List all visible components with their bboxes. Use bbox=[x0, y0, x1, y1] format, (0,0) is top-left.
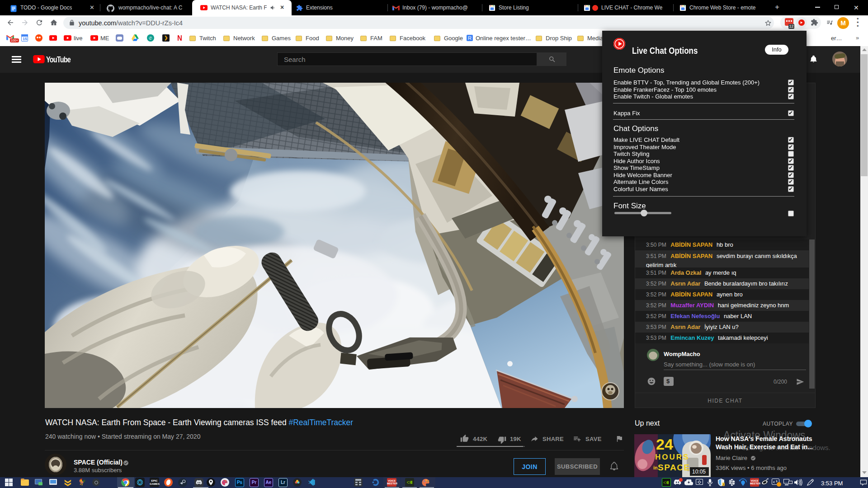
svg-text:SPACE: SPACE bbox=[658, 463, 690, 472]
svg-text:10:05: 10:05 bbox=[692, 469, 706, 475]
svg-text:24: 24 bbox=[656, 436, 673, 453]
svg-text:in: in bbox=[653, 465, 658, 470]
svg-text:HOURS: HOURS bbox=[655, 453, 689, 461]
